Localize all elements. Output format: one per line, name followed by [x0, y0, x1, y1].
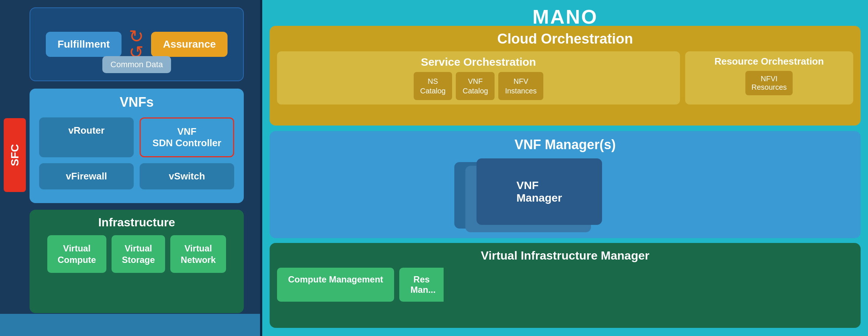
vnfm-section: VNF Manager(s) VNFManager: [270, 131, 861, 238]
cloud-orchestration-title: Cloud Orchestration: [277, 31, 853, 47]
vswitch-item: vSwitch: [140, 163, 234, 189]
assurance-box: Assurance: [151, 32, 228, 57]
vnf-sdn-item: VNFSDN Controller: [140, 117, 234, 157]
virtual-compute-item: VirtualCompute: [47, 235, 106, 273]
orch-inner: Service Orchestration NSCatalog VNFCatal…: [277, 51, 853, 104]
service-orch-items: NSCatalog VNFCatalog NFVInstances: [283, 72, 674, 100]
cloud-orchestration-section: Cloud Orchestration Service Orchestratio…: [270, 26, 861, 126]
vfirewall-item: vFirewall: [39, 163, 134, 189]
left-panel: Fulfillment ↻ ↻ Assurance Common Data SF…: [0, 0, 259, 336]
vrouter-item: vRouter: [39, 117, 134, 157]
vnfs-section: VNFs vRouter VNFSDN Controller vFirewall…: [30, 89, 244, 203]
ns-catalog-item: NSCatalog: [414, 72, 452, 100]
vnf-catalog-item: VNFCatalog: [456, 72, 495, 100]
service-orchestration-title: Service Orchestration: [283, 56, 674, 68]
vnfm-card-3: VNFManager: [476, 158, 602, 225]
right-panel: MANO Cloud Orchestration Service Orchest…: [262, 0, 868, 336]
blue-bar-left: [0, 314, 266, 336]
service-orchestration-box: Service Orchestration NSCatalog VNFCatal…: [277, 51, 680, 104]
nfv-instances-item: NFVInstances: [498, 72, 543, 100]
infrastructure-section: Infrastructure VirtualCompute VirtualSto…: [30, 210, 244, 313]
vnfs-grid: vRouter VNFSDN Controller vFirewall vSwi…: [35, 117, 238, 189]
vim-title: Virtual Infrastructure Manager: [277, 249, 853, 263]
virtual-storage-item: VirtualStorage: [112, 235, 165, 273]
vim-items: Compute Management ResMan...: [277, 268, 853, 302]
top-section: Fulfillment ↻ ↻ Assurance Common Data: [30, 7, 244, 81]
compute-management-item: Compute Management: [277, 268, 394, 302]
vnfm-stack-container: VNFManager: [277, 158, 853, 232]
vim-section: Virtual Infrastructure Manager Compute M…: [270, 243, 861, 328]
resource-orchestration-box: Resource Orchestration NFVIResources: [685, 51, 853, 104]
arrows-icon: ↻ ↻: [129, 28, 144, 60]
fulfillment-box: Fulfillment: [46, 32, 122, 57]
resource-orchestration-title: Resource Orchestration: [714, 56, 824, 67]
storage-management-item: ResMan...: [399, 268, 444, 302]
virtual-network-item: VirtualNetwork: [170, 235, 226, 273]
vnfm-title: VNF Manager(s): [277, 137, 853, 152]
common-data-box: Common Data: [102, 56, 171, 73]
sfc-label: SFC: [4, 118, 26, 192]
vnfs-title: VNFs: [35, 95, 238, 110]
nfvi-resources-item: NFVIResources: [745, 71, 793, 95]
infrastructure-title: Infrastructure: [35, 216, 238, 229]
mano-title: MANO: [262, 0, 868, 28]
infra-grid: VirtualCompute VirtualStorage VirtualNet…: [35, 235, 238, 273]
